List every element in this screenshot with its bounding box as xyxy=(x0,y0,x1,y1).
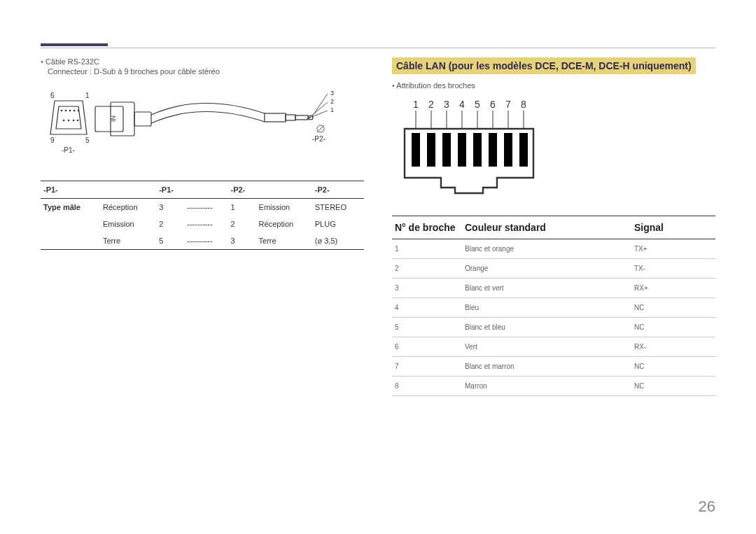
cell-color: Marron xyxy=(462,377,631,395)
table-row: Emission2----------2RéceptionPLUG xyxy=(41,216,364,232)
table-cell: 2 xyxy=(156,216,184,232)
color-table-row: 2OrangeTX- xyxy=(392,259,715,279)
page-columns: Câble RS-232C Connecteur : D-Sub à 9 bro… xyxy=(41,57,715,396)
cell-color: Blanc et vert xyxy=(462,279,631,297)
svg-point-8 xyxy=(77,120,79,122)
svg-point-6 xyxy=(68,120,70,122)
svg-line-17 xyxy=(309,102,328,118)
th-p2b: -P2- xyxy=(312,181,364,199)
rj45-pin xyxy=(442,133,451,167)
cell-color: Orange xyxy=(462,259,631,278)
cell-signal: RX+ xyxy=(631,279,715,297)
cell-signal: NC xyxy=(631,298,715,317)
table-cell: ---------- xyxy=(184,216,227,232)
col-head-signal: Signal xyxy=(631,216,715,239)
svg-rect-12 xyxy=(265,113,286,122)
diagram-pin1-label: 1 xyxy=(85,92,90,99)
right-column: Câble LAN (pour les modèles DCE, DCE-M, … xyxy=(392,57,715,396)
color-table-row: 8MarronNC xyxy=(392,377,715,396)
svg-point-0 xyxy=(61,110,63,112)
table-cell xyxy=(41,232,100,250)
table-cell: Réception xyxy=(100,199,156,216)
diagram-pin6-label: 6 xyxy=(50,92,55,99)
rj45-pin xyxy=(458,133,466,167)
diagram-p1-label: -P1- xyxy=(62,146,75,154)
svg-point-2 xyxy=(69,110,71,112)
color-table-row: 5Blanc et bleuNC xyxy=(392,318,715,337)
cell-signal: NC xyxy=(631,318,715,337)
svg-line-18 xyxy=(307,111,328,119)
color-table-row: 3Blanc et vertRX+ xyxy=(392,279,715,298)
rj45-svg: 12345678 xyxy=(392,95,546,200)
page-number: 26 xyxy=(699,498,715,516)
cell-pin: 8 xyxy=(392,377,462,395)
rs232-diagram: 6 1 9 5 -P1- IN xyxy=(41,85,364,172)
col-head-pin: N° de broche xyxy=(392,216,462,239)
table-cell: Terre xyxy=(100,232,156,250)
rj45-number: 8 xyxy=(521,99,526,110)
rs232-bullet: Câble RS-232C xyxy=(41,57,364,66)
rj45-number: 6 xyxy=(490,99,496,110)
color-table-header: N° de broche Couleur standard Signal xyxy=(392,216,715,239)
table-cell: 5 xyxy=(156,232,184,250)
table-cell: Emission xyxy=(256,199,312,216)
lan-heading: Câble LAN (pour les modèles DCE, DCE-M, … xyxy=(392,57,696,74)
table-cell: 1 xyxy=(227,199,255,216)
col-head-color: Couleur standard xyxy=(462,216,631,239)
th-p1b: -P1- xyxy=(156,181,184,199)
svg-point-7 xyxy=(73,120,75,122)
svg-point-4 xyxy=(78,110,80,112)
svg-point-1 xyxy=(65,110,67,112)
header-accent xyxy=(41,43,108,46)
rj45-number: 3 xyxy=(444,99,449,110)
table-cell: (ø 3,5) xyxy=(312,232,364,250)
table-cell: 3 xyxy=(227,232,255,250)
svg-point-5 xyxy=(63,120,65,122)
diagram-right-3: 3 xyxy=(330,90,334,97)
table-cell: 3 xyxy=(156,199,184,216)
th-blank1 xyxy=(100,181,156,199)
color-table-body: 1Blanc et orangeTX+2OrangeTX-3Blanc et v… xyxy=(392,239,715,396)
diagram-right-1: 1 xyxy=(330,106,334,113)
cell-pin: 5 xyxy=(392,318,462,337)
cell-color: Vert xyxy=(462,337,631,356)
table-cell: STEREO xyxy=(312,199,364,216)
cell-pin: 2 xyxy=(392,259,462,278)
left-column: Câble RS-232C Connecteur : D-Sub à 9 bro… xyxy=(41,57,364,396)
rj45-number: 4 xyxy=(459,99,465,110)
rj45-pin xyxy=(519,133,528,167)
cell-pin: 7 xyxy=(392,357,462,376)
header-rule xyxy=(41,48,715,48)
cell-pin: 1 xyxy=(392,239,462,258)
rs232-pin-table: -P1- -P1- -P2- -P2- Type mâleRéception3-… xyxy=(41,181,364,250)
table-cell: ---------- xyxy=(184,232,227,250)
lan-bullet: Attribution des broches xyxy=(392,81,715,90)
rj45-number: 7 xyxy=(505,99,511,110)
svg-line-16 xyxy=(312,94,328,116)
cell-signal: NC xyxy=(631,377,715,395)
color-table-row: 6VertRX- xyxy=(392,337,715,357)
svg-rect-9 xyxy=(95,106,123,132)
rs232-subtext: Connecteur : D-Sub à 9 broches pour câbl… xyxy=(48,67,364,76)
color-table-row: 4BleuNC xyxy=(392,298,715,318)
th-blank2 xyxy=(184,181,227,199)
rj45-diagram: 12345678 xyxy=(392,95,715,203)
cell-signal: TX+ xyxy=(631,239,715,258)
diagram-right-2: 2 xyxy=(330,98,334,105)
table-cell xyxy=(41,216,100,232)
table-cell: Type mâle xyxy=(41,199,100,216)
th-blank3 xyxy=(256,181,312,199)
rj45-pin xyxy=(473,133,482,167)
table-cell: Réception xyxy=(256,216,312,232)
rs232-cable-svg: 6 1 9 5 -P1- IN xyxy=(41,85,342,169)
svg-rect-13 xyxy=(286,115,295,120)
rj45-number: 1 xyxy=(413,99,419,110)
color-table-row: 7Blanc et marronNC xyxy=(392,357,715,377)
cell-pin: 6 xyxy=(392,337,462,356)
rj45-pin xyxy=(489,133,497,167)
rj45-pin xyxy=(412,133,420,167)
svg-point-3 xyxy=(74,110,76,112)
table-cell: 2 xyxy=(227,216,255,232)
cell-signal: NC xyxy=(631,357,715,376)
table-cell: Emission xyxy=(100,216,156,232)
